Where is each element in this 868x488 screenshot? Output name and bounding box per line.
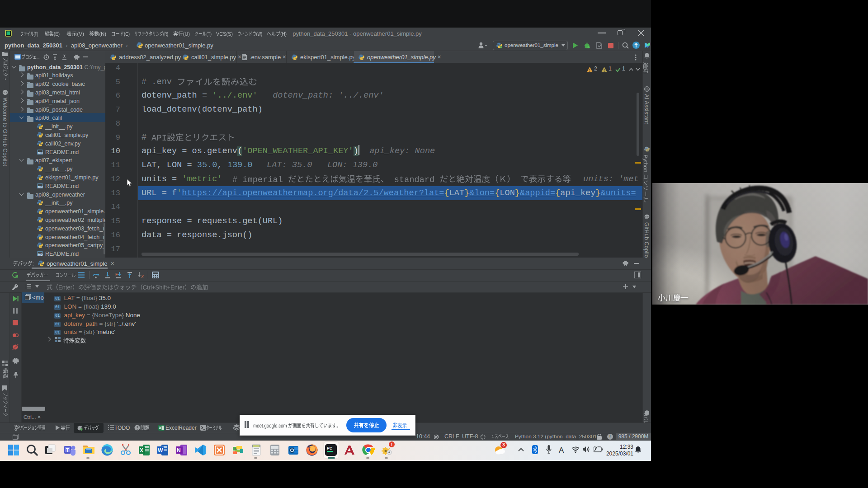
svg-text:PC: PC	[327, 446, 332, 450]
svg-text:T: T	[66, 448, 69, 453]
svg-text:X: X	[140, 447, 143, 454]
svg-text:N: N	[177, 447, 181, 454]
svg-text:F: F	[115, 272, 118, 277]
svg-text:F: F	[235, 447, 237, 451]
svg-text:MD: MD	[38, 151, 42, 155]
svg-text:W: W	[158, 447, 163, 454]
svg-text:MD: MD	[38, 185, 42, 188]
svg-text:x: x	[141, 274, 144, 278]
svg-text:MD: MD	[38, 253, 42, 256]
svg-text:X: X	[159, 426, 161, 430]
